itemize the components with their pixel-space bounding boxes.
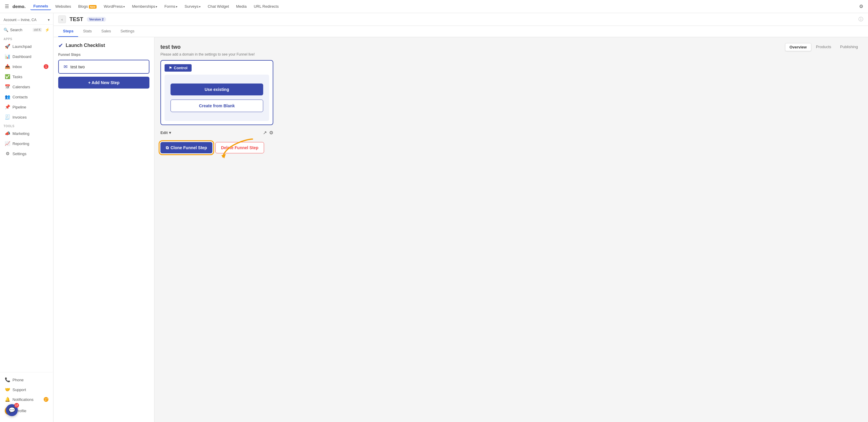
sidebar-item-label: Contacts — [12, 95, 28, 99]
dashboard-icon: 📊 — [5, 54, 10, 59]
sidebar-item-settings[interactable]: ⚙ Settings — [1, 149, 52, 158]
memberships-chevron: ▾ — [156, 5, 157, 8]
tab-sales[interactable]: Sales — [97, 26, 116, 37]
view-tab-products[interactable]: Products — [812, 43, 835, 51]
calendars-icon: 📅 — [5, 84, 10, 89]
clone-funnel-step-button[interactable]: ⧉ Clone Funnel Step — [160, 142, 212, 153]
edit-label: Edit — [160, 130, 168, 135]
sidebar-item-dashboard[interactable]: 📊 Dashboard — [1, 52, 52, 61]
reporting-icon: 📈 — [5, 141, 10, 146]
sidebar-item-label: Settings — [12, 152, 26, 156]
chat-widget[interactable]: 💬 17 — [6, 404, 18, 416]
chat-icon: 💬 — [9, 407, 15, 413]
app-logo: demo. — [12, 4, 26, 9]
info-icon[interactable]: ⓘ — [859, 16, 863, 23]
pipeline-icon: 📌 — [5, 104, 10, 110]
right-panel: test two Overview Products Publishing Pl… — [154, 37, 868, 422]
apps-section-label: Apps — [0, 35, 53, 41]
funnel-body: ✔ Launch Checklist Funnel Steps ✉ test t… — [54, 37, 868, 422]
sidebar-item-notifications[interactable]: 🔔 Notifications 17 — [1, 395, 52, 404]
forms-chevron: ▾ — [176, 5, 177, 8]
create-from-blank-button[interactable]: Create from Blank — [170, 99, 263, 112]
invoices-icon: 🧾 — [5, 114, 10, 120]
edit-bar: Edit ▾ ↗ ⚙ — [160, 128, 273, 137]
step-icon: ✉ — [64, 64, 67, 69]
search-label: Search — [10, 28, 22, 32]
sidebar-item-phone[interactable]: 📞 Phone — [1, 375, 52, 385]
settings-icon: ⚙ — [5, 151, 10, 156]
version-badge: Version 2 — [87, 17, 106, 22]
clone-icon: ⧉ — [166, 145, 169, 150]
search-icon: 🔍 — [4, 28, 8, 32]
view-tab-overview[interactable]: Overview — [785, 43, 811, 51]
account-chevron: ▾ — [48, 18, 50, 22]
sidebar-item-reporting[interactable]: 📈 Reporting — [1, 139, 52, 148]
step-name: test two — [70, 64, 85, 69]
sidebar-item-invoices[interactable]: 🧾 Invoices — [1, 112, 52, 122]
sidebar-item-pipeline[interactable]: 📌 Pipeline — [1, 102, 52, 112]
hamburger-icon[interactable]: ☰ — [5, 4, 9, 9]
tab-settings[interactable]: Settings — [116, 26, 139, 37]
add-new-step-button[interactable]: + Add New Step — [58, 77, 149, 89]
sidebar-item-label: Tasks — [12, 74, 22, 79]
sidebar-item-calendars[interactable]: 📅 Calendars — [1, 82, 52, 92]
sidebar-item-label: Calendars — [12, 85, 30, 89]
wordpress-chevron: ▾ — [123, 5, 125, 8]
view-tab-publishing[interactable]: Publishing — [836, 43, 862, 51]
nav-memberships[interactable]: Memberships▾ — [129, 3, 160, 10]
nav-blogs[interactable]: BlogsNew — [75, 3, 99, 10]
settings-button[interactable]: ⚙ — [269, 130, 273, 135]
sidebar-item-inbox[interactable]: 📥 Inbox 1 — [1, 62, 52, 71]
notifications-icon: 🔔 — [5, 397, 10, 402]
sidebar-item-label: Invoices — [12, 115, 27, 119]
edit-chevron: ▾ — [169, 130, 171, 135]
edit-dropdown[interactable]: Edit ▾ — [160, 130, 171, 135]
search-kbd: ctrl K — [33, 28, 42, 32]
flag-icon: ⚑ — [169, 66, 172, 70]
inbox-icon: 📥 — [5, 64, 10, 69]
funnel-tabs: Steps Stats Sales Settings — [54, 26, 868, 37]
sidebar-item-marketing[interactable]: 📣 Marketing — [1, 129, 52, 138]
tasks-icon: ✅ — [5, 74, 10, 79]
sidebar-item-launchpad[interactable]: 🚀 Launchpad — [1, 41, 52, 51]
marketing-icon: 📣 — [5, 131, 10, 136]
control-card: ⚑ Control Use existing Create from Blank — [160, 60, 273, 125]
control-tab-label: Control — [174, 66, 187, 70]
funnel-title: TEST — [69, 16, 83, 23]
nav-surveys[interactable]: Surveys▾ — [182, 3, 204, 10]
step-card-test-two[interactable]: ✉ test two — [58, 60, 149, 74]
control-tab: ⚑ Control — [164, 64, 192, 71]
nav-funnels[interactable]: Funnels — [30, 3, 51, 10]
sidebar-item-support[interactable]: 🤝 Support — [1, 385, 52, 394]
domain-notice: Please add a domain in the settings to s… — [160, 52, 862, 57]
clone-label: Clone Funnel Step — [170, 145, 207, 150]
nav-forms[interactable]: Forms▾ — [161, 3, 180, 10]
gear-icon[interactable]: ⚙ — [859, 4, 863, 9]
nav-media[interactable]: Media — [233, 3, 250, 10]
tab-stats[interactable]: Stats — [78, 26, 97, 37]
blogs-badge: New — [89, 5, 97, 9]
nav-chat-widget[interactable]: Chat Widget — [205, 3, 232, 10]
nav-wordpress[interactable]: WordPress▾ — [101, 3, 128, 10]
search-button[interactable]: 🔍 Search ctrl K ⚡ — [0, 26, 53, 34]
sidebar-item-tasks[interactable]: ✅ Tasks — [1, 72, 52, 82]
nav-websites[interactable]: Websites — [52, 3, 74, 10]
sidebar: Account -- Irvine, CA ▾ 🔍 Search ctrl K … — [0, 13, 54, 422]
sidebar-item-contacts[interactable]: 👥 Contacts — [1, 92, 52, 102]
nav-url-redirects[interactable]: URL Redirects — [251, 3, 282, 10]
sidebar-item-label: Marketing — [12, 131, 29, 136]
delete-funnel-step-button[interactable]: Delete Funnel Step — [215, 142, 264, 153]
external-link-button[interactable]: ↗ — [263, 130, 267, 135]
inbox-badge: 1 — [44, 64, 49, 69]
account-selector[interactable]: Account -- Irvine, CA ▾ — [0, 16, 53, 25]
back-button[interactable]: ‹ — [58, 16, 66, 23]
main-layout: Account -- Irvine, CA ▾ 🔍 Search ctrl K … — [0, 13, 868, 422]
use-existing-button[interactable]: Use existing — [170, 84, 263, 95]
back-icon: ‹ — [61, 17, 63, 22]
nav-items: Funnels Websites BlogsNew WordPress▾ Mem… — [30, 3, 282, 10]
tab-steps[interactable]: Steps — [58, 26, 78, 37]
edit-actions: ↗ ⚙ — [263, 130, 273, 135]
launch-checklist-header: ✔ Launch Checklist — [58, 42, 149, 49]
action-buttons: ⧉ Clone Funnel Step Delete Funnel Step — [160, 142, 285, 153]
sidebar-item-label: Inbox — [12, 64, 22, 69]
